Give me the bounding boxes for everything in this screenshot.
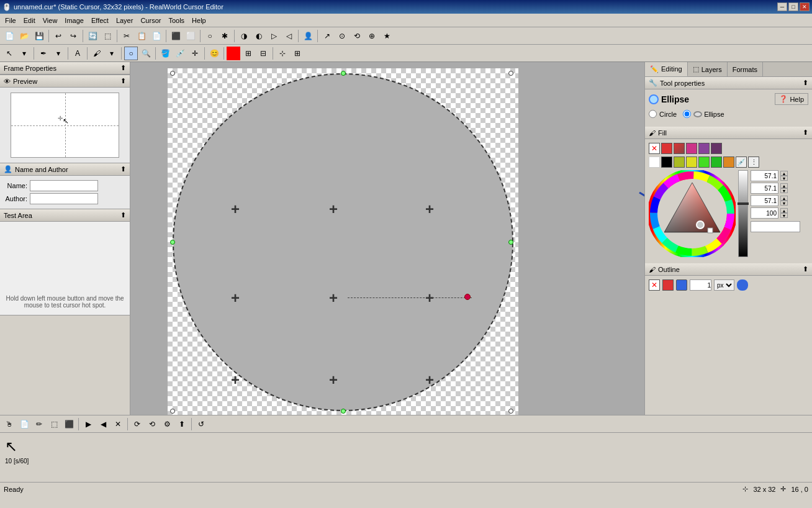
swatch-green[interactable] bbox=[711, 156, 722, 168]
outline-color-swatch[interactable] bbox=[737, 279, 748, 291]
v-up[interactable]: ▲ bbox=[780, 196, 788, 201]
brush-tool[interactable]: 🖌 bbox=[90, 47, 104, 60]
btn-l[interactable]: ▷ bbox=[267, 29, 281, 43]
btn-o[interactable]: ↗ bbox=[320, 29, 334, 43]
btn-d[interactable]: 📋 bbox=[135, 29, 148, 43]
menu-help[interactable]: Help bbox=[188, 16, 210, 25]
handle-bl[interactable] bbox=[170, 409, 175, 414]
h-input[interactable] bbox=[751, 170, 778, 181]
btn-bottom-4[interactable]: ⬚ bbox=[47, 417, 61, 431]
swatch-gradient1[interactable] bbox=[674, 143, 685, 154]
menu-effect[interactable]: Effect bbox=[88, 16, 112, 25]
transform-tool[interactable]: ⊞ bbox=[291, 47, 304, 60]
pen-tool[interactable]: ✒ bbox=[37, 47, 50, 60]
h-up[interactable]: ▲ bbox=[780, 171, 788, 176]
select-mask[interactable]: ⊟ bbox=[256, 47, 270, 60]
btn-g[interactable]: ⬜ bbox=[184, 29, 197, 43]
canvas-area[interactable]: + + + + + + + + + bbox=[130, 62, 644, 415]
btn-r[interactable]: ⊕ bbox=[365, 29, 379, 43]
alpha-up[interactable]: ▲ bbox=[780, 208, 788, 213]
btn-bottom-8[interactable]: ✕ bbox=[111, 417, 125, 431]
h-down[interactable]: ▼ bbox=[780, 176, 788, 181]
arrow-dropdown[interactable]: ▾ bbox=[17, 47, 31, 60]
more-colors-btn[interactable]: ⋮ bbox=[748, 156, 759, 168]
btn-bottom-7[interactable]: ◀ bbox=[96, 417, 110, 431]
tab-layers[interactable]: ⬚ Layers bbox=[688, 62, 728, 76]
btn-s[interactable]: ★ bbox=[380, 29, 394, 43]
btn-bottom-10[interactable]: ⟲ bbox=[145, 417, 159, 431]
frame-properties-header[interactable]: Frame Properties ⬆ bbox=[0, 62, 130, 75]
btn-bottom-12[interactable]: ⬆ bbox=[175, 417, 189, 431]
btn-j[interactable]: ◑ bbox=[237, 29, 251, 43]
brush-dropdown[interactable]: ▾ bbox=[105, 47, 119, 60]
menu-cursor[interactable]: Cursor bbox=[137, 16, 165, 25]
eyedropper-tool[interactable]: 💉 bbox=[173, 47, 187, 60]
arrow-tool[interactable]: ↖ bbox=[2, 47, 16, 60]
help-button[interactable]: ❓ Help bbox=[775, 93, 808, 105]
handle-br[interactable] bbox=[508, 409, 513, 414]
swatch-magenta[interactable] bbox=[686, 143, 697, 154]
face-tool[interactable]: 😊 bbox=[207, 47, 221, 60]
menu-image[interactable]: Image bbox=[61, 16, 88, 25]
btn-bottom-11[interactable]: ⚙ bbox=[160, 417, 174, 431]
no-fill-swatch[interactable]: ✕ bbox=[649, 143, 660, 154]
btn-b[interactable]: ⬚ bbox=[101, 29, 114, 43]
pen-dropdown[interactable]: ▾ bbox=[52, 47, 65, 60]
menu-view[interactable]: View bbox=[39, 16, 61, 25]
eyedropper-btn[interactable]: 💉 bbox=[736, 156, 747, 168]
v-input[interactable] bbox=[751, 195, 778, 206]
outline-width-input[interactable] bbox=[690, 279, 711, 291]
s-up[interactable]: ▲ bbox=[780, 183, 788, 188]
menu-file[interactable]: File bbox=[1, 16, 20, 25]
text-tool[interactable]: A bbox=[71, 47, 84, 60]
fill-tool[interactable]: 🪣 bbox=[158, 47, 172, 60]
new-button[interactable]: 📄 bbox=[2, 29, 16, 43]
hex-input[interactable]: c6c6c6 bbox=[751, 221, 800, 232]
name-input[interactable] bbox=[30, 180, 98, 191]
select-red[interactable] bbox=[227, 47, 240, 60]
swatch-border[interactable] bbox=[649, 156, 660, 168]
alpha-down[interactable]: ▼ bbox=[780, 213, 788, 218]
btn-p[interactable]: ⊙ bbox=[335, 29, 349, 43]
outline-red-swatch[interactable] bbox=[662, 279, 674, 291]
menu-layer[interactable]: Layer bbox=[112, 16, 137, 25]
btn-k[interactable]: ◐ bbox=[252, 29, 266, 43]
tab-editing[interactable]: ✏️ Editing bbox=[645, 62, 688, 76]
btn-bottom-5[interactable]: ⬛ bbox=[62, 417, 76, 431]
move-tool[interactable]: ⊹ bbox=[276, 47, 289, 60]
author-input[interactable] bbox=[30, 193, 98, 204]
menu-edit[interactable]: Edit bbox=[20, 16, 39, 25]
save-button[interactable]: 💾 bbox=[32, 29, 46, 43]
handle-bottom[interactable] bbox=[341, 409, 346, 414]
btn-c[interactable]: ✂ bbox=[120, 29, 133, 43]
swatch-black[interactable] bbox=[661, 156, 672, 168]
swatch-yellow-green[interactable] bbox=[674, 156, 685, 168]
name-author-header[interactable]: 👤 Name and Author ⬆ bbox=[0, 163, 130, 176]
preview-header[interactable]: 👁 Preview ⬆ bbox=[0, 75, 130, 88]
handle-top[interactable] bbox=[341, 71, 346, 76]
tab-formats[interactable]: Formats bbox=[728, 62, 763, 76]
undo-btn[interactable]: ↩ bbox=[52, 29, 65, 43]
circle-radio[interactable] bbox=[649, 110, 657, 118]
handle-right[interactable] bbox=[508, 240, 513, 245]
close-button[interactable]: ✕ bbox=[800, 2, 810, 11]
swatch-red[interactable] bbox=[661, 143, 672, 154]
crosshair-tool[interactable]: ✛ bbox=[188, 47, 202, 60]
btn-h[interactable]: ○ bbox=[203, 29, 217, 43]
ellipse-radio[interactable] bbox=[683, 110, 691, 118]
ellipse-tool[interactable]: ○ bbox=[124, 47, 138, 60]
btn-e[interactable]: 📄 bbox=[150, 29, 163, 43]
swatch-dark[interactable] bbox=[711, 143, 722, 154]
circle-option[interactable]: Circle bbox=[649, 110, 677, 118]
btn-q[interactable]: ⟲ bbox=[350, 29, 364, 43]
handle-tl[interactable] bbox=[170, 71, 175, 76]
test-area-header[interactable]: Test Area ⬆ bbox=[0, 209, 130, 222]
ellipse-option[interactable]: Ellipse bbox=[683, 110, 724, 118]
btn-n[interactable]: 👤 bbox=[301, 29, 315, 43]
minimize-button[interactable]: ─ bbox=[777, 2, 787, 11]
btn-f[interactable]: ⬛ bbox=[169, 29, 183, 43]
btn-bottom-2[interactable]: 📄 bbox=[17, 417, 31, 431]
select-blend[interactable]: ⊞ bbox=[241, 47, 255, 60]
s-input[interactable] bbox=[751, 183, 778, 194]
v-down[interactable]: ▼ bbox=[780, 201, 788, 206]
